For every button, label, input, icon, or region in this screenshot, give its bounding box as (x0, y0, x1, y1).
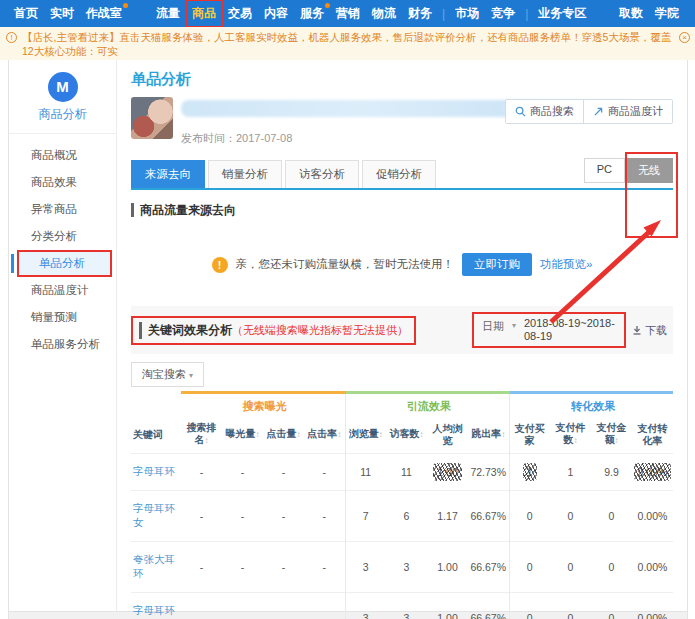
nav-item-realtime[interactable]: 实时 (44, 0, 80, 27)
table-cell: 11 (345, 454, 386, 491)
nav-item-traffic[interactable]: 流量 (150, 0, 186, 27)
nav-divider: | (442, 7, 445, 21)
sidebar-item-abnormal-goods[interactable]: 异常商品 (9, 196, 116, 223)
keyword-link[interactable]: 字母耳环女 (131, 491, 181, 542)
table-row: 夸张大耳环----331.0066.67%0000.00% (131, 542, 673, 593)
sort-icon[interactable]: ↕ (379, 430, 383, 439)
device-toggle: PC 无线 (584, 158, 673, 183)
tab-promotion-analysis[interactable]: 促销分析 (362, 160, 436, 188)
top-navigation: 首页 实时 作战室 流量 商品 交易 内容 服务 营销 物流 财务 | 市场 竞… (0, 0, 695, 27)
table-row: 字母耳环----11111.0072.73%119.99.09% (131, 454, 673, 491)
table-cell: - (222, 454, 263, 491)
nav-item-finance[interactable]: 财务 (402, 0, 438, 27)
header-buttons: 商品搜索 商品温度计 (505, 99, 673, 124)
nav-divider: | (525, 7, 528, 21)
sidebar-title: 商品分析 (9, 106, 116, 134)
col-exposure[interactable]: 曝光量↕ (222, 416, 263, 454)
nav-item-service[interactable]: 服务 (294, 0, 330, 27)
keyword-effect-table: 搜索曝光 引流效果 转化效果 关键词 搜索排名↕ 曝光量↕ 点击量↕ 点击率↕ … (131, 391, 673, 619)
nav-item-trade[interactable]: 交易 (222, 0, 258, 27)
nav-item-data-fetch[interactable]: 取数 (613, 0, 649, 27)
tab-sales-analysis[interactable]: 销量分析 (208, 160, 282, 188)
col-visitors[interactable]: 访客数↕ (386, 416, 427, 454)
sort-icon[interactable]: ↕ (297, 430, 301, 439)
pc-toggle-button[interactable]: PC (584, 158, 625, 183)
table-cell: 1.00 (427, 542, 468, 593)
nav-item-home[interactable]: 首页 (8, 0, 44, 27)
table-cell: - (222, 593, 263, 619)
nav-item-academy[interactable]: 学院 (649, 0, 685, 27)
sort-icon[interactable]: ↕ (420, 430, 424, 439)
download-button[interactable]: 下载 (632, 323, 667, 338)
nav-item-marketing[interactable]: 营销 (330, 0, 366, 27)
col-pay-items[interactable]: 支付件数↕ (550, 416, 591, 454)
sort-icon[interactable]: ↕ (205, 436, 209, 445)
feature-preview-link[interactable]: 功能预览» (540, 257, 592, 272)
nav-item-bizzone[interactable]: 业务专区 (532, 0, 592, 27)
nav-item-logistics[interactable]: 物流 (366, 0, 402, 27)
sidebar-item-item-service-analysis[interactable]: 单品服务分析 (9, 331, 116, 358)
promo-notice-bar: ! 【店长,主管看过来】直击天猫服务体验，人工客服实时效益，机器人服务效果，售后… (0, 27, 695, 60)
product-header: 发布时间：2017-07-08 商品搜索 商品温度计 (131, 97, 673, 146)
date-range-picker[interactable]: 2018-08-19~2018-08-19 (524, 317, 616, 343)
tab-source-destination[interactable]: 来源去向 (131, 160, 205, 188)
table-cell: 7 (345, 491, 386, 542)
col-clicks[interactable]: 点击量↕ (263, 416, 304, 454)
sidebar-item-category-analysis[interactable]: 分类分析 (9, 223, 116, 250)
tab-visitor-analysis[interactable]: 访客分析 (285, 160, 359, 188)
table-cell: 0 (509, 491, 550, 542)
nav-item-competition[interactable]: 竞争 (485, 0, 521, 27)
keyword-link[interactable]: 夸张大耳环 (131, 542, 181, 593)
table-cell: - (181, 593, 222, 619)
product-thumbnail (131, 97, 173, 139)
sidebar-item-sales-forecast[interactable]: 销量预测 (9, 304, 116, 331)
table-cell: 0 (591, 491, 632, 542)
sidebar-menu: 商品概况 商品效果 异常商品 分类分析 单品分析 商品温度计 销量预测 单品服务… (9, 134, 116, 358)
nav-item-goods[interactable]: 商品 (186, 0, 222, 27)
notification-dot-icon (123, 3, 128, 8)
sidebar-item-goods-overview[interactable]: 商品概况 (9, 142, 116, 169)
nav-item-content[interactable]: 内容 (258, 0, 294, 27)
goods-thermometer-button[interactable]: 商品温度计 (583, 100, 672, 123)
sidebar-item-goods-effect[interactable]: 商品效果 (9, 169, 116, 196)
goods-search-button[interactable]: 商品搜索 (506, 100, 583, 123)
table-cell: - (263, 542, 304, 593)
sort-icon[interactable]: ↕ (615, 436, 619, 445)
sort-icon[interactable]: ↕ (256, 430, 260, 439)
taobao-search-tab[interactable]: 淘宝搜索 ▾ (131, 362, 204, 387)
caret-down-icon[interactable]: ▾ (512, 321, 516, 330)
sort-icon[interactable]: ↕ (337, 430, 341, 439)
sort-icon[interactable]: ↕ (574, 436, 578, 445)
wireless-toggle-button[interactable]: 无线 (625, 158, 673, 183)
col-click-rate[interactable]: 点击率↕ (304, 416, 345, 454)
col-bounce-rate[interactable]: 跳出率↕ (468, 416, 509, 454)
nav-item-warroom[interactable]: 作战室 (80, 0, 128, 27)
col-pay-amount[interactable]: 支付金额↕ (591, 416, 632, 454)
table-cell: 1.00 (427, 593, 468, 619)
table-cell: - (304, 491, 345, 542)
col-pageviews[interactable]: 浏览量↕ (345, 416, 386, 454)
table-group-header: 搜索曝光 引流效果 转化效果 (131, 393, 673, 417)
table-column-header: 关键词 搜索排名↕ 曝光量↕ 点击量↕ 点击率↕ 浏览量↕ 访客数↕ 人均浏览 … (131, 416, 673, 454)
date-label: 日期 (482, 319, 504, 334)
table-cell: 3 (386, 593, 427, 619)
sort-icon[interactable]: ↕ (501, 430, 505, 439)
logo-m-icon: M (48, 72, 78, 102)
col-pay-buyers: 支付买家 (509, 416, 550, 454)
nav-item-market[interactable]: 市场 (449, 0, 485, 27)
col-search-rank[interactable]: 搜索排名↕ (181, 416, 222, 454)
table-cell: 9.9 (591, 454, 632, 491)
table-cell: 0 (591, 542, 632, 593)
sidebar-item-single-item-analysis[interactable]: 单品分析 (17, 250, 112, 277)
group-conversion-effect: 转化效果 (509, 393, 673, 417)
table-cell: 66.67% (468, 491, 509, 542)
close-icon[interactable]: × (679, 32, 690, 43)
content-frame: M 商品分析 商品概况 商品效果 异常商品 分类分析 单品分析 商品温度计 销量… (8, 60, 688, 612)
sidebar-item-goods-thermometer[interactable]: 商品温度计 (9, 277, 116, 304)
red-annotation-box-date: 日期 ▾ 2018-08-19~2018-08-19 (472, 312, 626, 348)
table-cell: - (263, 491, 304, 542)
order-now-button[interactable]: 立即订购 (462, 253, 532, 276)
keyword-link[interactable]: 字母耳环 (131, 454, 181, 491)
keyword-link[interactable]: 字母耳环长 (131, 593, 181, 619)
table-cell: 3 (345, 542, 386, 593)
